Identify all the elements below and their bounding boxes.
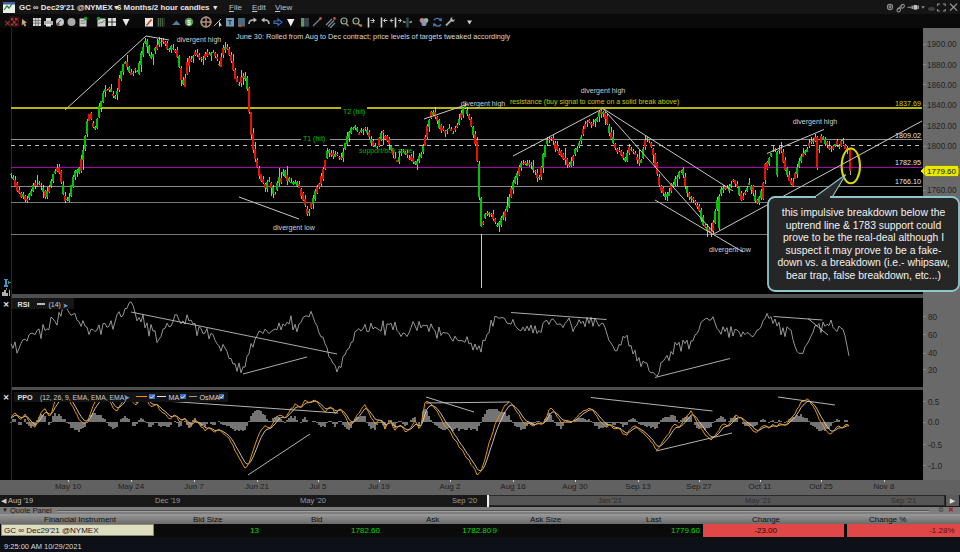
svg-text:40: 40 xyxy=(928,349,938,358)
svg-text:this impulsive breakdown below: this impulsive breakdown below the xyxy=(782,207,946,218)
svg-text:divergent high: divergent high xyxy=(177,36,222,44)
svg-text:1782.95: 1782.95 xyxy=(895,158,921,167)
svg-text:support/buy zone: support/buy zone xyxy=(359,147,413,155)
svg-text:80: 80 xyxy=(928,313,938,322)
svg-text:uptrend line & 1783 support co: uptrend line & 1783 support could xyxy=(786,220,942,231)
svg-text:➤: ➤ xyxy=(124,394,130,401)
svg-text:✕: ✕ xyxy=(3,300,9,309)
svg-text:June 30: Rolled from Aug to De: June 30: Rolled from Aug to Dec contract… xyxy=(236,32,511,41)
svg-text:1800.00: 1800.00 xyxy=(927,142,957,151)
svg-text:resistance (buy signal to come: resistance (buy signal to come on a soli… xyxy=(510,98,679,106)
svg-text:suspect it may prove to be a f: suspect it may prove to be a fake- xyxy=(786,245,942,256)
svg-text:➤: ➤ xyxy=(63,302,69,309)
svg-text:1860.00: 1860.00 xyxy=(927,81,957,90)
svg-text:OsMA: OsMA xyxy=(200,393,220,402)
svg-text:✕: ✕ xyxy=(3,393,9,402)
svg-text:(14): (14) xyxy=(49,301,61,309)
svg-text:bear trap, false breakdown, et: bear trap, false breakdown, etc...) xyxy=(786,270,941,281)
svg-text:1779.60: 1779.60 xyxy=(927,167,956,176)
svg-text:1880.00: 1880.00 xyxy=(927,61,957,70)
svg-text:0.5: 0.5 xyxy=(928,398,940,407)
svg-text:prove to be the real-deal alth: prove to be the real-deal although I xyxy=(783,232,944,243)
svg-text:divergent high: divergent high xyxy=(461,100,506,108)
svg-text:1766.10: 1766.10 xyxy=(895,177,921,186)
svg-text:1809.02: 1809.02 xyxy=(895,131,921,140)
svg-text:20: 20 xyxy=(928,366,938,375)
svg-text:T2 (hit): T2 (hit) xyxy=(343,108,365,116)
svg-text:divergent high: divergent high xyxy=(793,118,838,126)
svg-text:divergent low: divergent low xyxy=(709,246,752,254)
svg-text:MA: MA xyxy=(169,393,180,402)
svg-text:1837.69: 1837.69 xyxy=(895,99,921,108)
svg-text:-0.5: -0.5 xyxy=(928,441,943,450)
svg-text:1760.00: 1760.00 xyxy=(927,186,957,195)
svg-text:T1 (hit): T1 (hit) xyxy=(303,135,325,143)
svg-text:1820.00: 1820.00 xyxy=(927,122,957,131)
svg-text:divergent low: divergent low xyxy=(273,224,316,232)
svg-text:T: T xyxy=(228,19,233,26)
svg-text:down vs. a breakdown (i.e.- wh: down vs. a breakdown (i.e.- whipsaw, xyxy=(777,257,949,268)
svg-text:-1.0: -1.0 xyxy=(928,462,943,471)
svg-text:1840.00: 1840.00 xyxy=(927,101,957,110)
svg-text:PPO: PPO xyxy=(18,393,34,402)
svg-text:RSI: RSI xyxy=(18,300,30,309)
svg-text:60: 60 xyxy=(928,331,938,340)
svg-text:divergent high: divergent high xyxy=(581,87,626,95)
svg-text:$: $ xyxy=(187,19,191,27)
svg-text:1900.00: 1900.00 xyxy=(927,40,957,49)
svg-text:0.0: 0.0 xyxy=(928,418,940,427)
svg-text:(12, 26, 9, EMA, EMA, EMA): (12, 26, 9, EMA, EMA, EMA) xyxy=(40,394,127,402)
